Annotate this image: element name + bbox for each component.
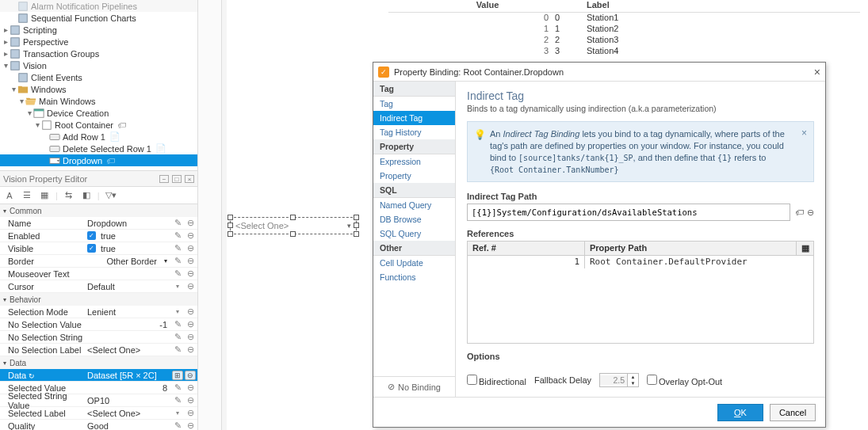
tree-item-vision[interactable]: ▾Vision [0, 59, 197, 71]
tree-item-device-creation[interactable]: ▾Device Creation [0, 107, 197, 119]
prop-selsv[interactable]: Selected String ValueOP10✎⊖ [0, 394, 197, 407]
binding-tag[interactable]: Tag [373, 97, 455, 111]
tool-cat-icon[interactable]: ☰ [21, 189, 33, 202]
binding-db-browse[interactable]: DB Browse [373, 212, 455, 226]
ok-button[interactable]: OK [717, 404, 763, 421]
tree-item-delete-selected-row-1[interactable]: Delete Selected Row 1📄 [0, 143, 197, 154]
prop-data[interactable]: Data ↻Dataset [5R × 2C]⊞⊖ [0, 369, 197, 382]
col-label: Label [587, 0, 860, 12]
close-icon[interactable]: × [185, 175, 194, 183]
tool-filter-icon[interactable]: ▽▾ [105, 189, 117, 202]
binding-icon: ⊖ [185, 371, 196, 380]
prop-name[interactable]: NameDropdown✎⊖ [0, 217, 197, 230]
btn-icon [49, 131, 60, 143]
cat-common[interactable]: Common [0, 204, 197, 217]
tree-item-client-events[interactable]: Client Events [0, 71, 197, 83]
table-row[interactable]: 00Station1 [388, 13, 860, 24]
svg-rect-5 [11, 61, 20, 70]
btn-icon [49, 143, 60, 154]
tool-db-icon[interactable]: ▦ [38, 189, 51, 202]
prop-mouseover[interactable]: Mouseover Text✎⊖ [0, 268, 197, 280]
prop-cursor[interactable]: CursorDefault▾⊖ [0, 280, 197, 293]
checkbox-checked-icon: ✓ [87, 231, 96, 240]
script-icon [10, 25, 21, 36]
cat-data[interactable]: Data [0, 356, 197, 369]
info-close-icon[interactable]: × [801, 127, 807, 139]
cat-behavior[interactable]: Behavior [0, 293, 197, 306]
binding-property[interactable]: Property [373, 169, 455, 183]
table-row[interactable]: 22Station3 [388, 35, 860, 46]
minimize-icon[interactable]: − [159, 175, 169, 183]
tree-item-perspective[interactable]: ▸Perspective [0, 36, 197, 48]
tag-browse-icon[interactable]: 🏷 [795, 207, 804, 218]
reference-row[interactable]: 1Root Container.DefaultProvider [468, 256, 813, 268]
binding-cell-update[interactable]: Cell Update [373, 256, 455, 270]
binding-indirect-tag[interactable]: Indirect Tag [373, 111, 455, 125]
svg-rect-8 [34, 108, 44, 111]
prop-selmode[interactable]: Selection ModeLenient▾⊖ [0, 306, 197, 318]
overlay-optout-checkbox[interactable]: Overlay Opt-Out [647, 375, 722, 386]
tree-item-alarm-notification-pipelines[interactable]: Alarm Notification Pipelines [0, 0, 197, 12]
tool-udt-icon[interactable]: ◧ [80, 189, 93, 202]
ref-col-num: Ref. # [468, 242, 585, 255]
property-browse-icon[interactable]: ⊖ [807, 207, 814, 218]
dialog-titlebar[interactable]: ✓ Property Binding: Root Container.Dropd… [373, 63, 825, 82]
binding-heading: Indirect Tag [467, 89, 814, 102]
tree-item-root-container[interactable]: ▾Root Container🏷 [0, 119, 197, 131]
tree-item-windows[interactable]: ▾Windows [0, 83, 197, 95]
prop-enabled[interactable]: Enabled✓true✎⊖ [0, 230, 197, 242]
tree-item-scripting[interactable]: ▸Scripting [0, 24, 197, 36]
svg-rect-3 [11, 37, 20, 46]
dropdown-component[interactable]: <Select One> [230, 217, 357, 234]
tree-item-main-windows[interactable]: ▾Main Windows [0, 95, 197, 107]
binding-expression[interactable]: Expression [373, 154, 455, 169]
restore-icon[interactable]: □ [172, 175, 182, 183]
svg-rect-0 [19, 2, 28, 10]
prop-visible[interactable]: Visible✓true✎⊖ [0, 242, 197, 255]
refresh-icon: ↻ [29, 372, 35, 380]
binding-options: Bidirectional Fallback Delay ▲▼ Overlay … [467, 373, 814, 387]
table-row[interactable]: 33Station4 [388, 46, 860, 57]
cancel-button[interactable]: Cancel [770, 404, 816, 421]
prop-nosl[interactable]: No Selection Label<Select One>✎⊖ [0, 344, 197, 356]
prop-nosv[interactable]: No Selection Value-1✎⊖ [0, 318, 197, 331]
binding-functions[interactable]: Functions [373, 270, 455, 284]
txn-icon [10, 48, 21, 59]
tree-item-sequential-function-charts[interactable]: Sequential Function Charts [0, 12, 197, 24]
tree-item-transaction-groups[interactable]: ▸Transaction Groups [0, 48, 197, 59]
vertical-ruler [222, 0, 227, 430]
no-binding-button[interactable]: ⊘No Binding [373, 376, 455, 397]
tree-item-dropdown[interactable]: Dropdown🏷 [0, 154, 197, 166]
canvas-gutter [198, 0, 222, 430]
svg-rect-10 [50, 134, 59, 139]
tool-az-icon[interactable]: A [3, 189, 16, 202]
binding-sql-query[interactable]: SQL Query [373, 226, 455, 241]
ref-col-browse-icon[interactable]: ▦ [796, 242, 813, 255]
dropdown-icon [49, 155, 60, 166]
tree-item-add-row-1[interactable]: Add Row 1📄 [0, 131, 197, 143]
project-nav-tree[interactable]: Alarm Notification PipelinesSequential F… [0, 0, 198, 171]
container-icon [41, 120, 52, 131]
pipeline-icon [17, 1, 29, 12]
prop-border[interactable]: BorderOther Border▾✎⊖ [0, 255, 197, 268]
binding-icon: ✓ [378, 67, 389, 78]
svg-rect-11 [50, 146, 59, 151]
bidirectional-checkbox[interactable]: Bidirectional [467, 375, 526, 386]
indirect-tag-path-input[interactable] [467, 204, 790, 221]
table-row[interactable]: 11Station2 [388, 24, 860, 35]
dialog-footer: OK Cancel [373, 397, 825, 427]
info-callout: 💡 × An Indirect Tag Binding lets you bin… [467, 121, 814, 182]
prop-sell[interactable]: Selected Label<Select One>▾⊖ [0, 407, 197, 420]
tool-expand-icon[interactable]: ⇆ [63, 189, 75, 202]
binding-named-query[interactable]: Named Query [373, 198, 455, 212]
folder-open-icon [25, 96, 36, 107]
perspective-icon [10, 36, 21, 48]
prop-quality[interactable]: QualityGood✎⊖ [0, 420, 197, 430]
dialog-close-button[interactable]: × [814, 66, 820, 78]
binding-tag-history[interactable]: Tag History [373, 125, 455, 139]
pencil-icon: ✎ [172, 219, 183, 228]
fallback-delay-spinner[interactable]: ▲▼ [599, 373, 639, 387]
tag-indicator-icon: 🏷 [117, 120, 126, 130]
prop-noss[interactable]: No Selection String✎⊖ [0, 331, 197, 344]
svg-rect-6 [19, 73, 28, 82]
